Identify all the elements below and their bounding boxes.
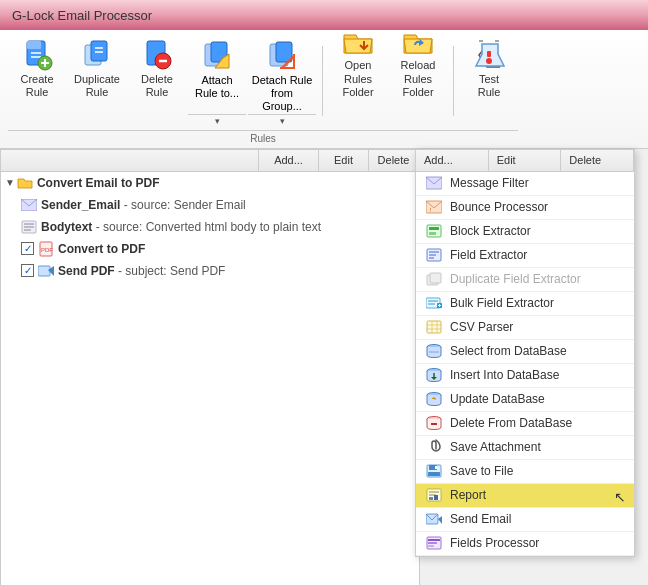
ctx-message-filter[interactable]: Message Filter — [416, 172, 634, 196]
col-header-add[interactable]: Add... — [259, 150, 319, 171]
attach-rule-arrow[interactable]: ▾ — [188, 114, 246, 128]
ctx-bounce-processor[interactable]: ! Bounce Processor — [416, 196, 634, 220]
reload-rules-folder-button[interactable]: ReloadRules Folder — [389, 34, 447, 102]
create-rule-icon — [19, 39, 55, 71]
tree-item-send-pdf[interactable]: ✓ Send PDF - subject: Send PDF — [1, 260, 419, 282]
svg-rect-29 — [38, 266, 50, 276]
update-database-label: Update DataBase — [450, 392, 545, 406]
ctx-insert-into-database[interactable]: Insert Into DataBase — [416, 364, 634, 388]
ribbon: CreateRule DuplicateRule — [0, 30, 648, 149]
ctx-delete-from-database[interactable]: Delete From DataBase — [416, 412, 634, 436]
ctx-send-email[interactable]: Send Email — [416, 508, 634, 532]
duplicate-rule-icon — [79, 39, 115, 71]
create-rule-button[interactable]: CreateRule — [8, 34, 66, 102]
svg-rect-68 — [434, 495, 438, 500]
send-pdf-label: Send PDF - subject: Send PDF — [58, 264, 225, 278]
convert-to-pdf-label: Convert to PDF — [58, 242, 145, 256]
svg-rect-34 — [429, 227, 439, 230]
svg-rect-21 — [487, 51, 491, 57]
bodytext-icon — [21, 219, 37, 235]
ctx-fields-processor[interactable]: Fields Processor — [416, 532, 634, 556]
attach-rule-main: AttachRule to... — [188, 34, 246, 114]
send-email-label: Send Email — [450, 512, 511, 526]
ctx-report[interactable]: Report ↖ — [416, 484, 634, 508]
send-email-icon — [424, 511, 444, 527]
expand-arrow: ▼ — [5, 177, 15, 188]
test-rule-button[interactable]: TestRule — [460, 34, 518, 102]
ctx-block-extractor[interactable]: Block Extractor — [416, 220, 634, 244]
col-header-main — [1, 150, 259, 171]
block-extractor-icon — [424, 223, 444, 239]
ctx-field-extractor[interactable]: Field Extractor — [416, 244, 634, 268]
svg-rect-48 — [427, 321, 441, 333]
ctx-columns-bar: Add... Edit Delete — [416, 150, 634, 172]
tree-item-sender-email[interactable]: Sender_Email - source: Sender Email — [1, 194, 419, 216]
duplicate-rule-label: DuplicateRule — [74, 73, 120, 99]
duplicate-field-extractor-icon — [424, 271, 444, 287]
tree-root[interactable]: ▼ Convert Email to PDF — [1, 172, 419, 194]
ctx-update-database[interactable]: Update DataBase — [416, 388, 634, 412]
ctx-select-from-database[interactable]: Select from DataBase — [416, 340, 634, 364]
ctx-save-to-file[interactable]: Save to File — [416, 460, 634, 484]
tree-panel: Add... Edit Delete ▼ Convert Email to PD… — [0, 149, 420, 585]
block-extractor-label: Block Extractor — [450, 224, 531, 238]
detach-rule-label: Detach Rulefrom Group... — [250, 74, 314, 114]
folder-icon — [17, 175, 33, 191]
col-header-delete[interactable]: Delete — [369, 150, 419, 171]
detach-rule-button[interactable]: Detach Rulefrom Group... ▾ — [248, 34, 316, 128]
bounce-processor-icon: ! — [424, 199, 444, 215]
save-attachment-icon — [424, 439, 444, 455]
csv-parser-label: CSV Parser — [450, 320, 513, 334]
bodytext-label: Bodytext - source: Converted html body t… — [41, 220, 321, 234]
tree-item-convert-to-pdf[interactable]: ✓ PDF Convert to PDF — [1, 238, 419, 260]
tree-root-label: Convert Email to PDF — [37, 176, 160, 190]
delete-rule-icon — [139, 39, 175, 71]
svg-point-20 — [486, 58, 492, 64]
duplicate-field-extractor-label: Duplicate Field Extractor — [450, 272, 581, 286]
detach-rule-arrow[interactable]: ▾ — [248, 114, 316, 128]
attach-rule-label: AttachRule to... — [195, 74, 239, 100]
tree-columns-bar: Add... Edit Delete — [1, 150, 419, 172]
delete-from-database-icon — [424, 415, 444, 431]
svg-rect-73 — [428, 545, 434, 547]
ctx-col-edit[interactable]: Edit — [489, 150, 562, 171]
bounce-processor-label: Bounce Processor — [450, 200, 548, 214]
svg-rect-35 — [429, 232, 436, 235]
svg-rect-62 — [435, 466, 437, 469]
send-pdf-checkbox[interactable]: ✓ — [21, 264, 34, 277]
create-rule-label: CreateRule — [20, 73, 53, 99]
ctx-csv-parser[interactable]: CSV Parser — [416, 316, 634, 340]
svg-rect-72 — [428, 542, 437, 544]
svg-rect-1 — [27, 41, 41, 49]
main-content: Add... Edit Delete ▼ Convert Email to PD… — [0, 149, 648, 585]
csv-parser-icon — [424, 319, 444, 335]
svg-rect-33 — [427, 225, 441, 237]
app-title: G-Lock Email Processor — [12, 8, 152, 23]
ctx-bulk-field-extractor[interactable]: Bulk Field Extractor — [416, 292, 634, 316]
delete-rule-label: DeleteRule — [141, 73, 173, 99]
save-to-file-icon — [424, 463, 444, 479]
open-rules-folder-label: Open RulesFolder — [332, 59, 384, 99]
svg-rect-71 — [428, 539, 440, 541]
ctx-save-attachment[interactable]: Save Attachment — [416, 436, 634, 460]
col-header-edit[interactable]: Edit — [319, 150, 369, 171]
convert-to-pdf-checkbox[interactable]: ✓ — [21, 242, 34, 255]
delete-rule-button[interactable]: DeleteRule — [128, 34, 186, 102]
ctx-col-add[interactable]: Add... — [416, 150, 489, 171]
tree-item-bodytext[interactable]: Bodytext - source: Converted html body t… — [1, 216, 419, 238]
bulk-field-extractor-icon — [424, 295, 444, 311]
attach-rule-button[interactable]: AttachRule to... ▾ — [188, 34, 246, 128]
ctx-duplicate-field-extractor: Duplicate Field Extractor — [416, 268, 634, 292]
mouse-cursor: ↖ — [614, 489, 626, 505]
insert-into-database-icon — [424, 367, 444, 383]
ribbon-group-label: Rules — [8, 130, 518, 144]
message-filter-label: Message Filter — [450, 176, 529, 190]
ctx-col-delete[interactable]: Delete — [561, 150, 634, 171]
fields-processor-label: Fields Processor — [450, 536, 539, 550]
update-database-icon — [424, 391, 444, 407]
send-pdf-icon — [38, 263, 54, 279]
open-rules-folder-button[interactable]: Open RulesFolder — [329, 34, 387, 102]
svg-rect-8 — [91, 41, 107, 61]
duplicate-rule-button[interactable]: DuplicateRule — [68, 34, 126, 102]
reload-rules-folder-icon — [400, 25, 436, 57]
